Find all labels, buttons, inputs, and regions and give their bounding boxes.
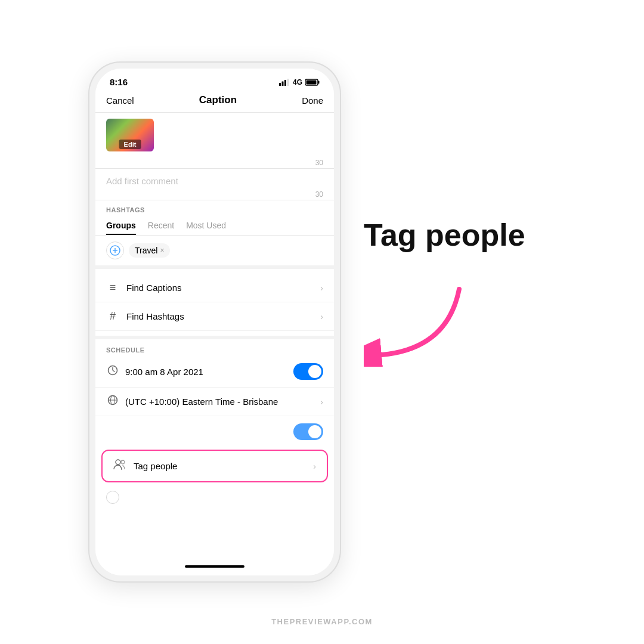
schedule-timezone-row[interactable]: (UTC +10:00) Eastern Time - Brisbane › — [95, 388, 334, 416]
schedule-section: SCHEDULE 9:00 am 8 Apr 2021 — [95, 336, 334, 512]
find-hashtags-item[interactable]: # Find Hashtags › — [95, 302, 334, 331]
svg-point-17 — [121, 460, 125, 464]
svg-rect-3 — [287, 79, 289, 86]
extra-toggle[interactable] — [293, 423, 323, 440]
schedule-time-row[interactable]: 9:00 am 8 Apr 2021 — [95, 356, 334, 388]
people-icon-svg — [113, 459, 126, 470]
partial-row — [95, 485, 334, 510]
status-bar: 8:16 4G — [95, 69, 334, 91]
arrow-icon — [364, 277, 483, 367]
status-icons: 4G — [279, 78, 320, 86]
schedule-section-label: SCHEDULE — [95, 342, 334, 356]
hashtags-section-label: HASHTAGS — [95, 200, 334, 217]
svg-rect-5 — [318, 80, 320, 83]
home-indicator — [95, 558, 334, 575]
tag-chip-travel[interactable]: Travel × — [129, 243, 170, 258]
scroll-content: Edit 30 Add first comment 30 HASHTAGS Gr… — [95, 113, 334, 558]
tag-people-icon — [113, 459, 126, 473]
partial-icon — [106, 491, 119, 504]
phone-screen: 8:16 4G — [95, 69, 334, 575]
tab-recent[interactable]: Recent — [148, 217, 174, 235]
add-chip-button[interactable] — [106, 242, 124, 259]
svg-point-16 — [116, 460, 120, 465]
timezone-chevron: › — [320, 397, 323, 407]
globe-svg — [107, 395, 118, 405]
globe-icon — [106, 395, 119, 408]
extra-toggle-row — [95, 416, 334, 447]
tag-people-heading: Tag people — [364, 218, 525, 253]
find-captions-chevron: › — [320, 283, 323, 293]
tag-people-chevron: › — [313, 462, 316, 471]
arrow-container — [364, 277, 483, 367]
captions-icon: ≡ — [106, 281, 119, 294]
scene: 8:16 4G — [0, 0, 644, 644]
svg-rect-6 — [306, 80, 317, 84]
schedule-timezone-text: (UTC +10:00) Eastern Time - Brisbane — [125, 397, 314, 407]
schedule-time-text: 9:00 am 8 Apr 2021 — [125, 367, 287, 377]
right-panel: Tag people — [340, 218, 644, 426]
tab-most-used[interactable]: Most Used — [186, 217, 226, 235]
tag-people-label: Tag people — [134, 461, 306, 471]
edit-overlay-label[interactable]: Edit — [119, 140, 141, 149]
svg-rect-0 — [279, 83, 281, 86]
battery-icon — [305, 79, 320, 86]
done-button[interactable]: Done — [302, 95, 323, 106]
remove-chip-icon[interactable]: × — [160, 246, 164, 255]
first-comment-row[interactable]: Add first comment — [95, 169, 334, 189]
home-bar — [185, 565, 244, 568]
find-hashtags-chevron: › — [320, 312, 323, 321]
image-row: Edit — [95, 113, 334, 157]
svg-rect-1 — [281, 81, 283, 86]
heading-text: Tag people — [364, 218, 525, 252]
schedule-toggle[interactable] — [293, 363, 323, 380]
image-thumbnail[interactable]: Edit — [106, 119, 154, 151]
find-captions-label: Find Captions — [126, 283, 313, 293]
nav-title: Caption — [199, 94, 237, 106]
caption-char-count: 30 — [95, 157, 334, 168]
cancel-button[interactable]: Cancel — [106, 95, 134, 106]
signal-icon — [279, 79, 290, 86]
svg-rect-2 — [284, 80, 286, 86]
svg-line-12 — [113, 370, 115, 372]
clock-svg — [107, 365, 118, 376]
first-comment-placeholder: Add first comment — [106, 176, 178, 186]
network-label: 4G — [293, 78, 302, 86]
footer-text: THEPREVIEWAPP.COM — [271, 617, 373, 626]
tag-chip-label: Travel — [135, 246, 157, 255]
tag-chips-row: Travel × — [95, 236, 334, 265]
find-hashtags-label: Find Hashtags — [126, 311, 313, 321]
plus-icon — [110, 245, 120, 256]
status-time: 8:16 — [110, 77, 128, 87]
tab-groups[interactable]: Groups — [106, 217, 136, 235]
hashtags-tabs: Groups Recent Most Used — [95, 217, 334, 236]
nav-bar: Cancel Caption Done — [95, 91, 334, 113]
clock-icon — [106, 365, 119, 379]
phone-shell: 8:16 4G — [89, 63, 340, 581]
hashtag-icon: # — [106, 310, 119, 323]
first-comment-char-count: 30 — [95, 189, 334, 200]
tag-people-row[interactable]: Tag people › — [101, 450, 328, 482]
menu-section: ≡ Find Captions › # Find Hashtags › — [95, 265, 334, 336]
find-captions-item[interactable]: ≡ Find Captions › — [95, 274, 334, 302]
